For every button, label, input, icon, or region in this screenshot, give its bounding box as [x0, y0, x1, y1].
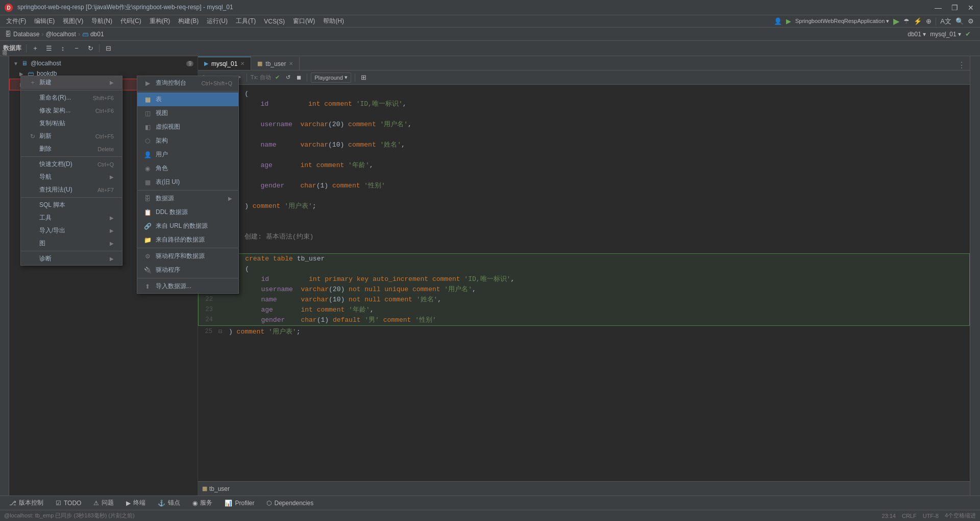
title-bar-title: springboot-web-req-resp [D:\javaWeb作业\sp… [17, 3, 233, 12]
add-db-button[interactable]: + [29, 43, 41, 54]
submenu-table-old[interactable]: ▦ 表(旧 UI) [137, 175, 238, 189]
svg-text:D: D [7, 5, 10, 11]
ctx-item-importexport[interactable]: 导入/导出 ▶ [21, 224, 122, 237]
submenu-table-label: 表 [156, 95, 162, 104]
ctx-diagnose-arrow: ▶ [110, 256, 114, 262]
code-editor[interactable]: 5 ( 6 id int comment 'ID,唯一标识', us [198, 85, 970, 481]
submenu-tableold-label: 表(旧 UI) [156, 178, 180, 186]
table-view-button[interactable]: ⊞ [359, 73, 369, 83]
menu-file[interactable]: 文件(F) [2, 16, 30, 27]
more-run-button[interactable]: ⊕ [926, 17, 932, 25]
menu-tools[interactable]: 工具(T) [232, 16, 260, 27]
tab-mysql01[interactable]: ▶ mysql_01 ✕ [198, 57, 251, 70]
bottom-tab-todo[interactable]: ☑ TODO [50, 498, 87, 509]
ctx-sep-4 [21, 251, 122, 251]
ctx-sep-1 [21, 90, 122, 90]
ctx-item-copy[interactable]: 复制/粘贴 [21, 117, 122, 130]
submenu-driver[interactable]: 🔌 驱动程序 [137, 263, 238, 277]
menu-vcs[interactable]: VCS(S) [260, 17, 289, 26]
ctx-modify-shortcut: Ctrl+F6 [95, 108, 114, 114]
submenu-schema[interactable]: ⬡ 架构 [137, 134, 238, 148]
menu-view[interactable]: 视图(V) [59, 16, 87, 27]
translate-icon[interactable]: A文 [940, 17, 951, 26]
submenu-user[interactable]: 👤 用户 [137, 148, 238, 161]
ctx-item-delete[interactable]: 删除 Delete [21, 143, 122, 155]
panel-label-db[interactable]: 数据库 [1, 58, 8, 60]
ctx-item-refresh[interactable]: ↻ 刷新 Ctrl+F5 [21, 130, 122, 143]
ctx-item-diagnose[interactable]: 诊断 ▶ [21, 252, 122, 265]
submenu-view[interactable]: ◫ 视图 [137, 106, 238, 120]
localhost-expand-arrow[interactable]: ▼ [13, 61, 18, 66]
tab-mysql01-close[interactable]: ✕ [240, 61, 244, 66]
bottom-tab-profiler[interactable]: 📊 Profiler [218, 498, 260, 509]
filter-button[interactable]: ☰ [43, 43, 55, 54]
breadcrumb-database[interactable]: 🗄 Database [5, 31, 39, 38]
ctx-sep-2 [21, 156, 122, 157]
profile-run-button[interactable]: ⚡ [914, 17, 922, 25]
breadcrumb-localhost[interactable]: @localhost [45, 31, 76, 38]
ctx-diagram-label: 图 [39, 239, 45, 248]
menu-navigate[interactable]: 导航(N) [87, 16, 116, 27]
menu-build[interactable]: 构建(B) [174, 16, 203, 27]
submenu-url-datasource[interactable]: 🔗 来自 URL 的数据源 [137, 219, 238, 233]
ctx-item-navigate[interactable]: 导航 ▶ [21, 171, 122, 183]
database-icon: 🗄 [5, 31, 11, 38]
tx-stop-button[interactable]: ◼ [295, 73, 303, 83]
submenu-ddl-datasource[interactable]: 📋 DDL 数据源 [137, 205, 238, 219]
ctx-item-rename[interactable]: 重命名(R)... Shift+F6 [21, 91, 122, 104]
search-icon[interactable]: 🔍 [955, 17, 964, 25]
bottom-tab-terminal[interactable]: ▶ 终端 [120, 496, 152, 509]
settings-icon[interactable]: ⚙ [968, 17, 974, 25]
menu-help[interactable]: 帮助(H) [319, 16, 348, 27]
ctx-item-sqlscript[interactable]: SQL 脚本 [21, 199, 122, 211]
debug-button[interactable]: ▶ [893, 16, 899, 26]
maximize-button[interactable]: ❐ [949, 4, 960, 12]
refresh-db-button[interactable]: ↻ [84, 43, 96, 54]
ctx-item-diagram[interactable]: 图 ▶ [21, 237, 122, 250]
run-app-button[interactable]: ▶ [786, 17, 791, 25]
minus-button[interactable]: − [70, 43, 83, 54]
bottom-tab-services[interactable]: ◉ 服务 [186, 496, 218, 509]
ctx-sqlscript-label: SQL 脚本 [39, 201, 65, 209]
ctx-item-quickdoc[interactable]: 快速文档(D) Ctrl+Q [21, 158, 122, 171]
tab-tbuser-close[interactable]: ✕ [289, 61, 293, 66]
ctx-item-tools[interactable]: 工具 ▶ [21, 211, 122, 224]
results-tb-user-tab[interactable]: tb_user [209, 485, 230, 492]
tx-rollback-button[interactable]: ↺ [284, 73, 292, 83]
coverage-button[interactable]: ☂ [903, 17, 910, 25]
submenu-datasource[interactable]: 🗄 数据源 ▶ [137, 192, 238, 205]
minimize-button[interactable]: — [933, 4, 943, 12]
ctx-delete-shortcut: Delete [97, 146, 114, 152]
ctx-item-new[interactable]: + 新建 ▶ [21, 76, 122, 89]
filter2-button[interactable]: ⊟ [102, 43, 114, 54]
profile-icon[interactable]: 👤 [774, 17, 782, 25]
ctx-item-findusages[interactable]: 查找用法(U) Alt+F7 [21, 183, 122, 196]
menu-edit[interactable]: 编辑(E) [30, 16, 59, 27]
submenu-url-label: 来自 URL 的数据源 [156, 222, 208, 230]
submenu-path-datasource[interactable]: 📁 来自路径的数据源 [137, 233, 238, 247]
playground-dropdown[interactable]: Playground ▾ [311, 73, 351, 83]
ctx-item-modify[interactable]: 修改 架构... Ctrl+F6 [21, 104, 122, 117]
bottom-tab-vcs[interactable]: ⎇ 版本控制 [3, 496, 50, 509]
submenu-driver-datasource[interactable]: ⚙ 驱动程序和数据源 [137, 249, 238, 263]
submenu-role[interactable]: ◉ 角色 [137, 161, 238, 175]
bottom-tab-dependencies[interactable]: ⬡ Dependencies [260, 498, 320, 509]
breadcrumb-db01[interactable]: 🗃 db01 [82, 31, 104, 38]
tab-more-button[interactable]: ⋮ [953, 60, 970, 70]
menu-refactor[interactable]: 重构(R) [145, 16, 175, 27]
tx-confirm-button[interactable]: ✔ [273, 73, 282, 83]
tree-item-localhost[interactable]: ▼ 🖥 @localhost 9 [9, 58, 198, 68]
menu-code[interactable]: 代码(C) [116, 16, 145, 27]
submenu-virtual-view[interactable]: ◧ 虚拟视图 [137, 120, 238, 134]
tab-tbuser[interactable]: ▦ tb_user ✕ [251, 57, 300, 70]
submenu-table[interactable]: ▦ 表 [137, 92, 238, 106]
submenu-import-datasource[interactable]: ⬆ 导入数据源... [137, 279, 238, 293]
close-button[interactable]: ✕ [966, 4, 976, 12]
menu-run[interactable]: 运行(U) [203, 16, 232, 27]
app-name-dropdown[interactable]: SpringbootWebReqRespApplication ▾ [795, 18, 889, 25]
menu-window[interactable]: 窗口(W) [289, 16, 319, 27]
bottom-tab-problems[interactable]: ⚠ 问题 [87, 496, 120, 509]
submenu-query-console[interactable]: ▶ 查询控制台 Ctrl+Shift+Q [137, 76, 238, 90]
sort-button[interactable]: ↕ [57, 43, 69, 54]
bottom-tab-anchor[interactable]: ⚓ 锚点 [152, 496, 186, 509]
